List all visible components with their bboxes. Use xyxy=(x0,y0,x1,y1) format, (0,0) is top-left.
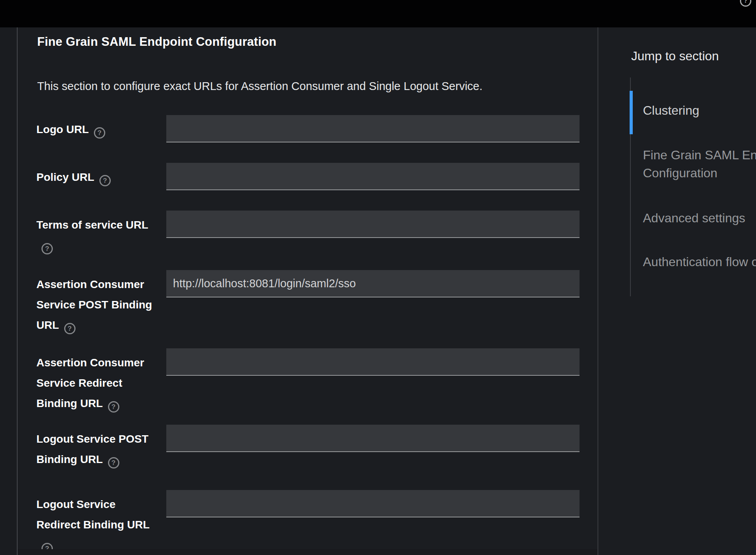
help-question-circle-icon[interactable] xyxy=(740,0,751,7)
logo-url-input[interactable] xyxy=(166,115,580,142)
help-icon[interactable] xyxy=(64,323,76,334)
app-top-bar xyxy=(0,0,756,27)
field-label: Assertion Consumer Service POST Binding … xyxy=(36,274,160,335)
section-bottom-band xyxy=(18,549,598,555)
help-icon[interactable] xyxy=(94,127,105,139)
field-label-text: Terms of service URL xyxy=(36,219,148,231)
field-label-text: Policy URL xyxy=(36,171,94,183)
terms-of-service-url-input[interactable] xyxy=(166,211,580,238)
acs-post-binding-url-input[interactable] xyxy=(166,270,580,297)
help-icon[interactable] xyxy=(99,175,111,186)
main-content: Fine Grain SAML Endpoint Configuration T… xyxy=(18,27,598,555)
page-description: This section to configure exact URLs for… xyxy=(37,78,577,94)
active-item-indicator xyxy=(630,91,633,134)
jump-link-clustering[interactable]: Clustering xyxy=(643,101,756,119)
jump-to-section-heading: Jump to section xyxy=(631,47,756,65)
acs-redirect-binding-url-input[interactable] xyxy=(166,348,580,376)
help-icon[interactable] xyxy=(41,243,53,254)
field-label-text: Assertion Consumer Service Redirect Bind… xyxy=(36,357,144,409)
field-label-text: Logo URL xyxy=(36,123,89,135)
field-label: Logo URL xyxy=(36,119,160,140)
field-label: Logout Service Redirect Binding URL xyxy=(36,494,160,555)
field-label: Policy URL xyxy=(36,167,160,187)
jump-link-advanced-settings[interactable]: Advanced settings xyxy=(643,209,756,227)
field-label: Assertion Consumer Service Redirect Bind… xyxy=(36,353,160,414)
jump-link-fine-grain-saml-endpoint-configuration[interactable]: Fine Grain SAML Endpoint Configuration xyxy=(643,146,756,182)
field-label: Logout Service POST Binding URL xyxy=(36,429,160,470)
logout-redirect-binding-url-input[interactable] xyxy=(166,490,580,517)
left-rail xyxy=(0,27,17,555)
field-label-text: Assertion Consumer Service POST Binding … xyxy=(36,278,152,331)
field-label-text: Logout Service Redirect Binding URL xyxy=(36,498,149,531)
policy-url-input[interactable] xyxy=(166,163,580,190)
help-icon[interactable] xyxy=(108,401,119,413)
page-title: Fine Grain SAML Endpoint Configuration xyxy=(37,33,546,50)
logout-post-binding-url-input[interactable] xyxy=(166,425,580,452)
field-label-text: Logout Service POST Binding URL xyxy=(36,433,148,465)
jump-to-section-panel: Jump to section Clustering Fine Grain SA… xyxy=(598,27,756,555)
help-icon[interactable] xyxy=(108,457,119,469)
field-label: Terms of service URL xyxy=(36,215,160,256)
jump-link-authentication-flow-overrides[interactable]: Authentication flow overrides xyxy=(643,253,756,271)
